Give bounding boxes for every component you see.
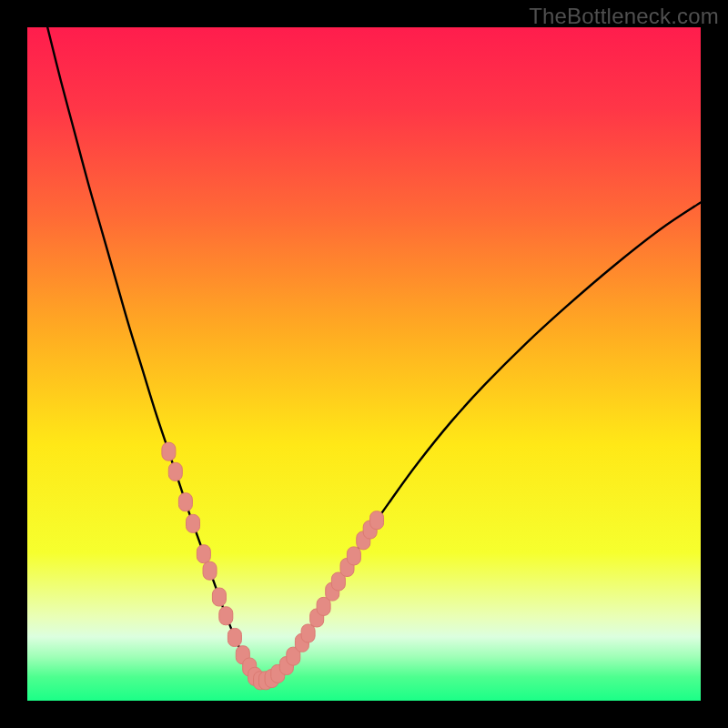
bottleneck-chart	[27, 27, 701, 701]
plot-area	[27, 27, 701, 701]
attribution-text: TheBottleneck.com	[529, 4, 719, 29]
curve-marker	[162, 442, 176, 460]
curve-marker	[370, 511, 384, 530]
curve-marker	[219, 607, 233, 625]
curve-marker	[187, 514, 200, 532]
curve-marker	[212, 588, 226, 606]
gradient-background	[27, 27, 701, 701]
curve-marker	[178, 493, 192, 511]
curve-marker	[203, 561, 217, 580]
chart-frame: TheBottleneck.com	[0, 0, 728, 728]
curve-marker	[301, 624, 315, 642]
curve-marker	[168, 462, 182, 480]
curve-marker	[228, 628, 241, 646]
curve-marker	[197, 545, 210, 563]
curve-marker	[347, 547, 360, 565]
